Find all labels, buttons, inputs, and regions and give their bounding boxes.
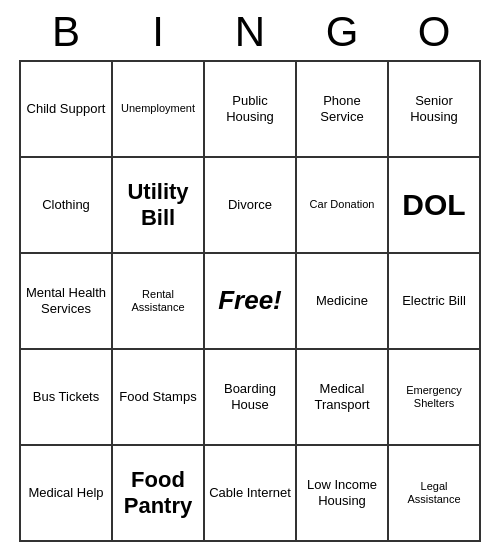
bingo-cell: Food Stamps	[113, 350, 205, 446]
bingo-cell: Medical Transport	[297, 350, 389, 446]
bingo-cell: Phone Service	[297, 62, 389, 158]
bingo-cell: Car Donation	[297, 158, 389, 254]
bingo-letter: G	[296, 8, 388, 56]
bingo-cell: Unemployment	[113, 62, 205, 158]
bingo-letter: N	[204, 8, 296, 56]
bingo-cell: DOL	[389, 158, 481, 254]
bingo-cell: Electric Bill	[389, 254, 481, 350]
bingo-cell: Public Housing	[205, 62, 297, 158]
bingo-cell: Child Support	[21, 62, 113, 158]
bingo-letter: O	[388, 8, 480, 56]
bingo-letter: I	[112, 8, 204, 56]
bingo-letter: B	[20, 8, 112, 56]
bingo-cell: Boarding House	[205, 350, 297, 446]
bingo-cell: Low Income Housing	[297, 446, 389, 542]
bingo-cell: Senior Housing	[389, 62, 481, 158]
bingo-cell: Medical Help	[21, 446, 113, 542]
bingo-cell: Cable Internet	[205, 446, 297, 542]
bingo-title: BINGO	[20, 8, 480, 56]
bingo-cell: Clothing	[21, 158, 113, 254]
bingo-cell: Bus Tickets	[21, 350, 113, 446]
bingo-cell: Rental Assistance	[113, 254, 205, 350]
bingo-cell: Medicine	[297, 254, 389, 350]
bingo-cell: Food Pantry	[113, 446, 205, 542]
bingo-cell: Mental Health Services	[21, 254, 113, 350]
bingo-cell: Free!	[205, 254, 297, 350]
bingo-cell: Legal Assistance	[389, 446, 481, 542]
bingo-cell: Utility Bill	[113, 158, 205, 254]
bingo-cell: Divorce	[205, 158, 297, 254]
bingo-cell: Emergency Shelters	[389, 350, 481, 446]
bingo-grid: Child SupportUnemploymentPublic HousingP…	[19, 60, 481, 542]
